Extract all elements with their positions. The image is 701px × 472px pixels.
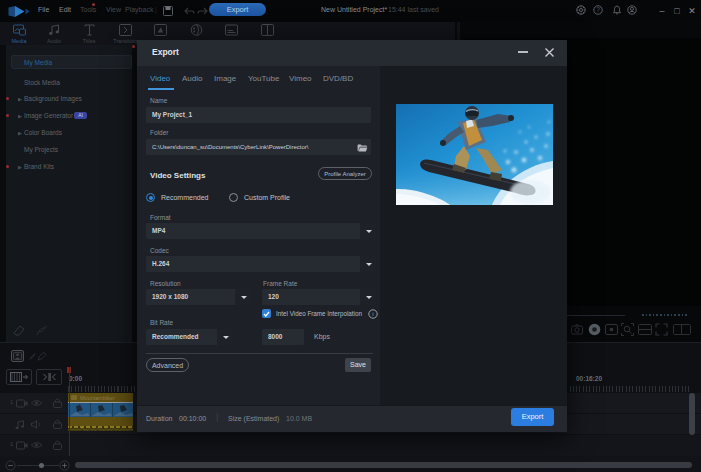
svg-text:?: ?	[596, 6, 600, 13]
svg-text:i: i	[372, 311, 373, 317]
